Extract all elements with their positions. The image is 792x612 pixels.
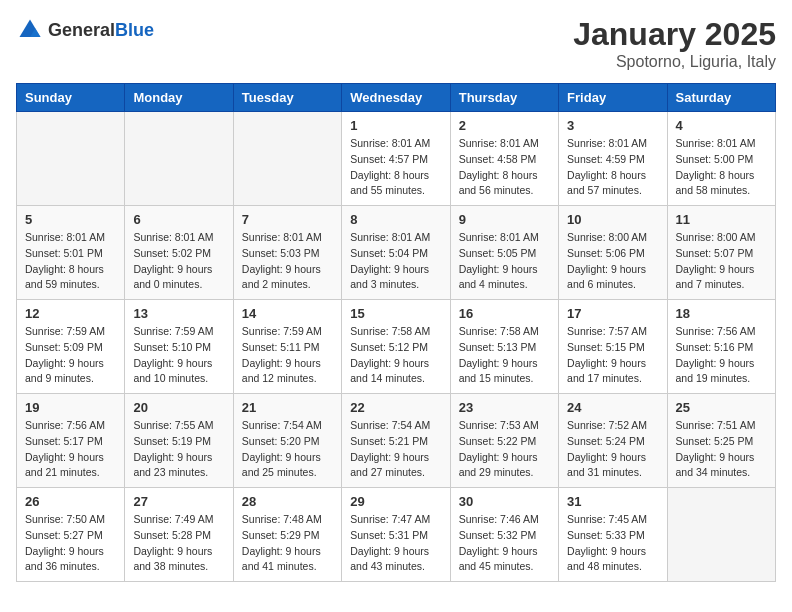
day-info: Sunrise: 8:01 AM Sunset: 5:01 PM Dayligh… [25, 230, 116, 293]
calendar-week-row: 19Sunrise: 7:56 AM Sunset: 5:17 PM Dayli… [17, 394, 776, 488]
day-number: 18 [676, 306, 767, 321]
calendar-body: 1Sunrise: 8:01 AM Sunset: 4:57 PM Daylig… [17, 112, 776, 582]
day-number: 17 [567, 306, 658, 321]
day-info: Sunrise: 7:59 AM Sunset: 5:09 PM Dayligh… [25, 324, 116, 387]
calendar-week-row: 1Sunrise: 8:01 AM Sunset: 4:57 PM Daylig… [17, 112, 776, 206]
day-number: 20 [133, 400, 224, 415]
day-number: 4 [676, 118, 767, 133]
day-number: 15 [350, 306, 441, 321]
title-area: January 2025 Spotorno, Liguria, Italy [573, 16, 776, 71]
calendar-week-row: 5Sunrise: 8:01 AM Sunset: 5:01 PM Daylig… [17, 206, 776, 300]
calendar-cell: 1Sunrise: 8:01 AM Sunset: 4:57 PM Daylig… [342, 112, 450, 206]
day-number: 11 [676, 212, 767, 227]
day-info: Sunrise: 8:00 AM Sunset: 5:06 PM Dayligh… [567, 230, 658, 293]
day-number: 2 [459, 118, 550, 133]
calendar-cell: 29Sunrise: 7:47 AM Sunset: 5:31 PM Dayli… [342, 488, 450, 582]
day-number: 1 [350, 118, 441, 133]
day-info: Sunrise: 7:48 AM Sunset: 5:29 PM Dayligh… [242, 512, 333, 575]
day-number: 5 [25, 212, 116, 227]
day-info: Sunrise: 7:59 AM Sunset: 5:11 PM Dayligh… [242, 324, 333, 387]
calendar-cell: 4Sunrise: 8:01 AM Sunset: 5:00 PM Daylig… [667, 112, 775, 206]
calendar-cell: 20Sunrise: 7:55 AM Sunset: 5:19 PM Dayli… [125, 394, 233, 488]
day-info: Sunrise: 7:58 AM Sunset: 5:13 PM Dayligh… [459, 324, 550, 387]
day-info: Sunrise: 8:01 AM Sunset: 4:58 PM Dayligh… [459, 136, 550, 199]
day-number: 10 [567, 212, 658, 227]
calendar-cell: 3Sunrise: 8:01 AM Sunset: 4:59 PM Daylig… [559, 112, 667, 206]
calendar-cell [667, 488, 775, 582]
day-number: 22 [350, 400, 441, 415]
day-info: Sunrise: 7:54 AM Sunset: 5:20 PM Dayligh… [242, 418, 333, 481]
calendar-cell: 7Sunrise: 8:01 AM Sunset: 5:03 PM Daylig… [233, 206, 341, 300]
day-info: Sunrise: 7:56 AM Sunset: 5:17 PM Dayligh… [25, 418, 116, 481]
calendar-cell: 19Sunrise: 7:56 AM Sunset: 5:17 PM Dayli… [17, 394, 125, 488]
calendar-cell: 8Sunrise: 8:01 AM Sunset: 5:04 PM Daylig… [342, 206, 450, 300]
weekday-header-cell: Tuesday [233, 84, 341, 112]
day-number: 28 [242, 494, 333, 509]
day-number: 13 [133, 306, 224, 321]
logo-text-general: General [48, 20, 115, 40]
calendar-cell: 2Sunrise: 8:01 AM Sunset: 4:58 PM Daylig… [450, 112, 558, 206]
day-info: Sunrise: 8:01 AM Sunset: 5:04 PM Dayligh… [350, 230, 441, 293]
weekday-header-cell: Wednesday [342, 84, 450, 112]
day-number: 23 [459, 400, 550, 415]
day-number: 3 [567, 118, 658, 133]
day-number: 12 [25, 306, 116, 321]
logo-icon [16, 16, 44, 44]
weekday-header-cell: Thursday [450, 84, 558, 112]
day-info: Sunrise: 7:46 AM Sunset: 5:32 PM Dayligh… [459, 512, 550, 575]
calendar-cell: 18Sunrise: 7:56 AM Sunset: 5:16 PM Dayli… [667, 300, 775, 394]
day-info: Sunrise: 8:01 AM Sunset: 4:59 PM Dayligh… [567, 136, 658, 199]
day-info: Sunrise: 7:56 AM Sunset: 5:16 PM Dayligh… [676, 324, 767, 387]
calendar-cell [17, 112, 125, 206]
calendar-cell: 9Sunrise: 8:01 AM Sunset: 5:05 PM Daylig… [450, 206, 558, 300]
day-number: 7 [242, 212, 333, 227]
day-info: Sunrise: 7:50 AM Sunset: 5:27 PM Dayligh… [25, 512, 116, 575]
weekday-header-cell: Friday [559, 84, 667, 112]
calendar-cell: 17Sunrise: 7:57 AM Sunset: 5:15 PM Dayli… [559, 300, 667, 394]
day-number: 8 [350, 212, 441, 227]
calendar-cell: 31Sunrise: 7:45 AM Sunset: 5:33 PM Dayli… [559, 488, 667, 582]
day-info: Sunrise: 8:01 AM Sunset: 5:00 PM Dayligh… [676, 136, 767, 199]
day-number: 29 [350, 494, 441, 509]
day-number: 30 [459, 494, 550, 509]
calendar-week-row: 26Sunrise: 7:50 AM Sunset: 5:27 PM Dayli… [17, 488, 776, 582]
day-number: 19 [25, 400, 116, 415]
day-number: 25 [676, 400, 767, 415]
calendar-cell: 26Sunrise: 7:50 AM Sunset: 5:27 PM Dayli… [17, 488, 125, 582]
calendar-table: SundayMondayTuesdayWednesdayThursdayFrid… [16, 83, 776, 582]
calendar-cell: 23Sunrise: 7:53 AM Sunset: 5:22 PM Dayli… [450, 394, 558, 488]
day-info: Sunrise: 8:01 AM Sunset: 4:57 PM Dayligh… [350, 136, 441, 199]
calendar-cell: 12Sunrise: 7:59 AM Sunset: 5:09 PM Dayli… [17, 300, 125, 394]
day-info: Sunrise: 7:57 AM Sunset: 5:15 PM Dayligh… [567, 324, 658, 387]
page-header: GeneralBlue January 2025 Spotorno, Ligur… [16, 16, 776, 71]
day-info: Sunrise: 7:51 AM Sunset: 5:25 PM Dayligh… [676, 418, 767, 481]
calendar-cell: 21Sunrise: 7:54 AM Sunset: 5:20 PM Dayli… [233, 394, 341, 488]
calendar-cell: 27Sunrise: 7:49 AM Sunset: 5:28 PM Dayli… [125, 488, 233, 582]
day-info: Sunrise: 7:45 AM Sunset: 5:33 PM Dayligh… [567, 512, 658, 575]
logo-text-blue: Blue [115, 20, 154, 40]
day-number: 14 [242, 306, 333, 321]
calendar-cell: 11Sunrise: 8:00 AM Sunset: 5:07 PM Dayli… [667, 206, 775, 300]
day-info: Sunrise: 8:00 AM Sunset: 5:07 PM Dayligh… [676, 230, 767, 293]
day-info: Sunrise: 7:53 AM Sunset: 5:22 PM Dayligh… [459, 418, 550, 481]
day-number: 24 [567, 400, 658, 415]
day-info: Sunrise: 8:01 AM Sunset: 5:02 PM Dayligh… [133, 230, 224, 293]
calendar-cell [125, 112, 233, 206]
calendar-cell: 13Sunrise: 7:59 AM Sunset: 5:10 PM Dayli… [125, 300, 233, 394]
day-number: 27 [133, 494, 224, 509]
day-info: Sunrise: 7:59 AM Sunset: 5:10 PM Dayligh… [133, 324, 224, 387]
weekday-header-row: SundayMondayTuesdayWednesdayThursdayFrid… [17, 84, 776, 112]
day-number: 9 [459, 212, 550, 227]
weekday-header-cell: Saturday [667, 84, 775, 112]
calendar-cell: 25Sunrise: 7:51 AM Sunset: 5:25 PM Dayli… [667, 394, 775, 488]
day-info: Sunrise: 7:58 AM Sunset: 5:12 PM Dayligh… [350, 324, 441, 387]
calendar-cell: 6Sunrise: 8:01 AM Sunset: 5:02 PM Daylig… [125, 206, 233, 300]
calendar-subtitle: Spotorno, Liguria, Italy [573, 53, 776, 71]
logo: GeneralBlue [16, 16, 154, 44]
calendar-cell: 22Sunrise: 7:54 AM Sunset: 5:21 PM Dayli… [342, 394, 450, 488]
day-info: Sunrise: 7:52 AM Sunset: 5:24 PM Dayligh… [567, 418, 658, 481]
day-number: 21 [242, 400, 333, 415]
calendar-cell: 16Sunrise: 7:58 AM Sunset: 5:13 PM Dayli… [450, 300, 558, 394]
calendar-cell: 5Sunrise: 8:01 AM Sunset: 5:01 PM Daylig… [17, 206, 125, 300]
calendar-cell: 30Sunrise: 7:46 AM Sunset: 5:32 PM Dayli… [450, 488, 558, 582]
